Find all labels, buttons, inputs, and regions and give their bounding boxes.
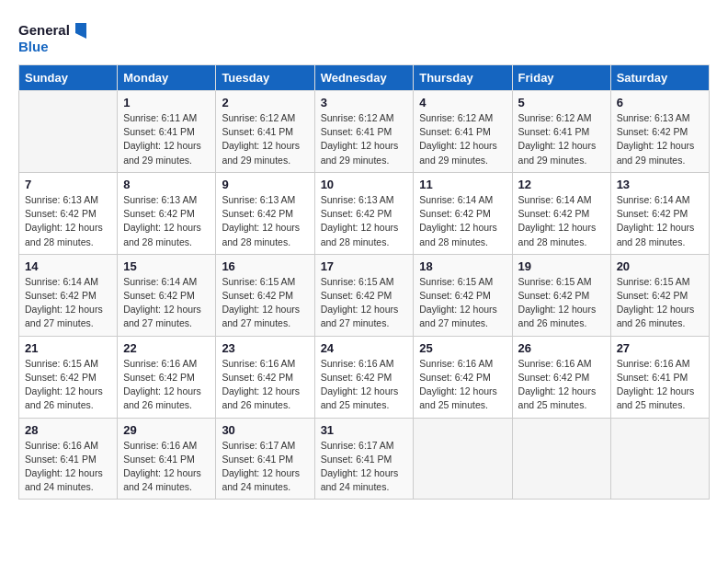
calendar-cell: 8Sunrise: 6:13 AM Sunset: 6:42 PM Daylig… xyxy=(118,172,216,254)
calendar-cell: 9Sunrise: 6:13 AM Sunset: 6:42 PM Daylig… xyxy=(216,172,314,254)
svg-text:General: General xyxy=(18,22,70,38)
calendar-cell: 4Sunrise: 6:12 AM Sunset: 6:41 PM Daylig… xyxy=(414,91,512,173)
day-number: 6 xyxy=(617,96,703,109)
calendar-cell xyxy=(610,418,709,500)
day-info: Sunrise: 6:17 AM Sunset: 6:41 PM Dayligh… xyxy=(321,439,408,495)
day-info: Sunrise: 6:14 AM Sunset: 6:42 PM Dayligh… xyxy=(617,193,703,249)
svg-text:Blue: Blue xyxy=(18,39,49,54)
day-info: Sunrise: 6:14 AM Sunset: 6:42 PM Dayligh… xyxy=(419,193,506,249)
week-row-2: 7Sunrise: 6:13 AM Sunset: 6:42 PM Daylig… xyxy=(19,172,710,254)
day-number: 19 xyxy=(518,259,605,273)
day-info: Sunrise: 6:13 AM Sunset: 6:42 PM Dayligh… xyxy=(25,193,111,249)
week-row-5: 28Sunrise: 6:16 AM Sunset: 6:41 PM Dayli… xyxy=(19,418,710,500)
day-number: 24 xyxy=(321,341,408,355)
day-number: 13 xyxy=(617,178,703,191)
day-number: 28 xyxy=(25,423,111,437)
calendar-cell: 14Sunrise: 6:14 AM Sunset: 6:42 PM Dayli… xyxy=(19,254,118,336)
calendar-cell: 19Sunrise: 6:15 AM Sunset: 6:42 PM Dayli… xyxy=(512,254,610,336)
day-info: Sunrise: 6:12 AM Sunset: 6:41 PM Dayligh… xyxy=(222,111,308,167)
day-number: 5 xyxy=(518,96,605,109)
calendar-cell: 21Sunrise: 6:15 AM Sunset: 6:42 PM Dayli… xyxy=(19,336,118,418)
calendar-cell: 30Sunrise: 6:17 AM Sunset: 6:41 PM Dayli… xyxy=(216,418,314,500)
day-info: Sunrise: 6:16 AM Sunset: 6:41 PM Dayligh… xyxy=(123,439,210,495)
day-info: Sunrise: 6:17 AM Sunset: 6:41 PM Dayligh… xyxy=(222,439,308,495)
day-number: 14 xyxy=(25,259,111,273)
day-number: 8 xyxy=(123,178,210,191)
calendar-cell: 2Sunrise: 6:12 AM Sunset: 6:41 PM Daylig… xyxy=(216,91,314,173)
calendar-cell: 11Sunrise: 6:14 AM Sunset: 6:42 PM Dayli… xyxy=(414,172,512,254)
day-number: 18 xyxy=(419,259,506,273)
calendar-cell xyxy=(19,91,118,173)
day-info: Sunrise: 6:16 AM Sunset: 6:42 PM Dayligh… xyxy=(419,357,506,413)
calendar-cell: 20Sunrise: 6:15 AM Sunset: 6:42 PM Dayli… xyxy=(610,254,709,336)
day-info: Sunrise: 6:16 AM Sunset: 6:41 PM Dayligh… xyxy=(617,357,703,413)
day-info: Sunrise: 6:13 AM Sunset: 6:42 PM Dayligh… xyxy=(617,111,703,167)
calendar-cell: 3Sunrise: 6:12 AM Sunset: 6:41 PM Daylig… xyxy=(314,91,414,173)
day-number: 4 xyxy=(419,96,506,109)
day-number: 3 xyxy=(321,96,408,109)
day-info: Sunrise: 6:12 AM Sunset: 6:41 PM Dayligh… xyxy=(321,111,408,167)
day-info: Sunrise: 6:15 AM Sunset: 6:42 PM Dayligh… xyxy=(222,275,308,331)
day-number: 27 xyxy=(617,341,703,355)
calendar-cell: 12Sunrise: 6:14 AM Sunset: 6:42 PM Dayli… xyxy=(512,172,610,254)
calendar-cell: 7Sunrise: 6:13 AM Sunset: 6:42 PM Daylig… xyxy=(19,172,118,254)
calendar-cell: 10Sunrise: 6:13 AM Sunset: 6:42 PM Dayli… xyxy=(314,172,414,254)
week-row-3: 14Sunrise: 6:14 AM Sunset: 6:42 PM Dayli… xyxy=(19,254,710,336)
day-number: 22 xyxy=(123,341,210,355)
day-info: Sunrise: 6:16 AM Sunset: 6:42 PM Dayligh… xyxy=(123,357,210,413)
header-day-thursday: Thursday xyxy=(414,65,512,91)
day-number: 11 xyxy=(419,178,506,191)
day-number: 17 xyxy=(321,259,408,273)
day-info: Sunrise: 6:16 AM Sunset: 6:42 PM Dayligh… xyxy=(518,357,605,413)
day-info: Sunrise: 6:13 AM Sunset: 6:42 PM Dayligh… xyxy=(222,193,308,249)
day-info: Sunrise: 6:13 AM Sunset: 6:42 PM Dayligh… xyxy=(321,193,408,249)
day-info: Sunrise: 6:15 AM Sunset: 6:42 PM Dayligh… xyxy=(518,275,605,331)
day-info: Sunrise: 6:16 AM Sunset: 6:41 PM Dayligh… xyxy=(25,439,111,495)
day-info: Sunrise: 6:15 AM Sunset: 6:42 PM Dayligh… xyxy=(419,275,506,331)
calendar-cell: 22Sunrise: 6:16 AM Sunset: 6:42 PM Dayli… xyxy=(118,336,216,418)
calendar-cell: 13Sunrise: 6:14 AM Sunset: 6:42 PM Dayli… xyxy=(610,172,709,254)
week-row-4: 21Sunrise: 6:15 AM Sunset: 6:42 PM Dayli… xyxy=(19,336,710,418)
header-day-wednesday: Wednesday xyxy=(314,65,414,91)
calendar-cell: 29Sunrise: 6:16 AM Sunset: 6:41 PM Dayli… xyxy=(118,418,216,500)
day-info: Sunrise: 6:15 AM Sunset: 6:42 PM Dayligh… xyxy=(617,275,703,331)
calendar-cell: 25Sunrise: 6:16 AM Sunset: 6:42 PM Dayli… xyxy=(414,336,512,418)
day-number: 1 xyxy=(123,96,210,109)
calendar-cell xyxy=(512,418,610,500)
day-number: 15 xyxy=(123,259,210,273)
logo-icon: GeneralBlue xyxy=(18,18,92,55)
calendar-cell: 5Sunrise: 6:12 AM Sunset: 6:41 PM Daylig… xyxy=(512,91,610,173)
header-day-tuesday: Tuesday xyxy=(216,65,314,91)
day-number: 29 xyxy=(123,423,210,437)
calendar-cell: 16Sunrise: 6:15 AM Sunset: 6:42 PM Dayli… xyxy=(216,254,314,336)
header-day-saturday: Saturday xyxy=(610,65,709,91)
day-info: Sunrise: 6:14 AM Sunset: 6:42 PM Dayligh… xyxy=(123,275,210,331)
header-row: SundayMondayTuesdayWednesdayThursdayFrid… xyxy=(19,65,710,91)
day-info: Sunrise: 6:14 AM Sunset: 6:42 PM Dayligh… xyxy=(518,193,605,249)
day-number: 20 xyxy=(617,259,703,273)
day-info: Sunrise: 6:16 AM Sunset: 6:42 PM Dayligh… xyxy=(222,357,308,413)
calendar-cell: 26Sunrise: 6:16 AM Sunset: 6:42 PM Dayli… xyxy=(512,336,610,418)
day-info: Sunrise: 6:12 AM Sunset: 6:41 PM Dayligh… xyxy=(419,111,506,167)
day-number: 12 xyxy=(518,178,605,191)
day-info: Sunrise: 6:15 AM Sunset: 6:42 PM Dayligh… xyxy=(321,275,408,331)
calendar-cell: 24Sunrise: 6:16 AM Sunset: 6:42 PM Dayli… xyxy=(314,336,414,418)
calendar-cell: 17Sunrise: 6:15 AM Sunset: 6:42 PM Dayli… xyxy=(314,254,414,336)
day-number: 23 xyxy=(222,341,308,355)
calendar-table: SundayMondayTuesdayWednesdayThursdayFrid… xyxy=(18,64,710,500)
day-info: Sunrise: 6:11 AM Sunset: 6:41 PM Dayligh… xyxy=(123,111,210,167)
day-number: 26 xyxy=(518,341,605,355)
calendar-cell: 23Sunrise: 6:16 AM Sunset: 6:42 PM Dayli… xyxy=(216,336,314,418)
day-info: Sunrise: 6:13 AM Sunset: 6:42 PM Dayligh… xyxy=(123,193,210,249)
day-number: 7 xyxy=(25,178,111,191)
calendar-cell: 27Sunrise: 6:16 AM Sunset: 6:41 PM Dayli… xyxy=(610,336,709,418)
calendar-cell: 31Sunrise: 6:17 AM Sunset: 6:41 PM Dayli… xyxy=(314,418,414,500)
day-number: 25 xyxy=(419,341,506,355)
logo: GeneralBlue xyxy=(18,18,92,55)
week-row-1: 1Sunrise: 6:11 AM Sunset: 6:41 PM Daylig… xyxy=(19,91,710,173)
calendar-cell xyxy=(414,418,512,500)
day-number: 16 xyxy=(222,259,308,273)
svg-marker-2 xyxy=(75,23,86,39)
calendar-cell: 28Sunrise: 6:16 AM Sunset: 6:41 PM Dayli… xyxy=(19,418,118,500)
calendar-cell: 15Sunrise: 6:14 AM Sunset: 6:42 PM Dayli… xyxy=(118,254,216,336)
